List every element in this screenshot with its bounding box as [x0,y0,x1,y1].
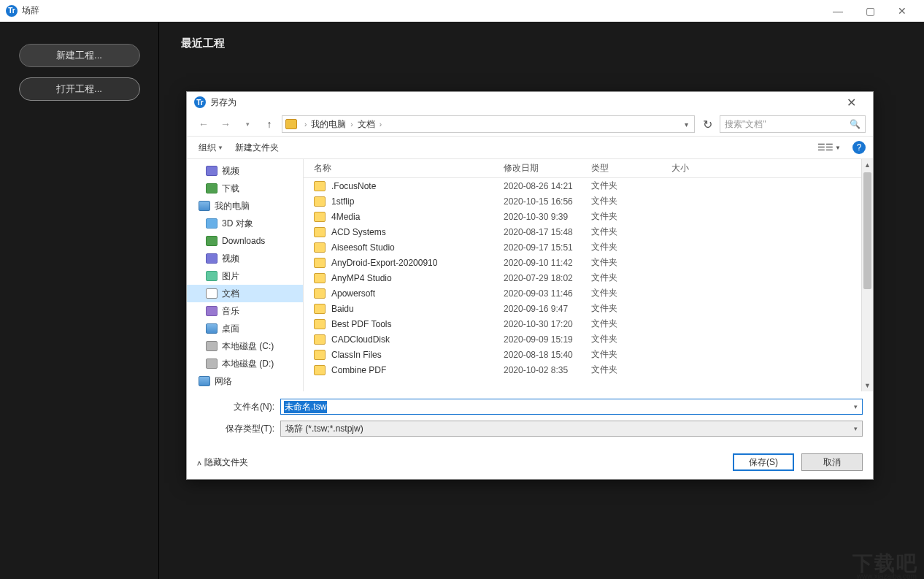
tree-item[interactable]: 下载 [187,180,303,197]
file-date: 2020-09-17 15:51 [504,242,591,253]
column-date[interactable]: 修改日期 [504,162,591,175]
refresh-button[interactable]: ↻ [698,115,717,133]
folder-icon [314,227,326,237]
tree-item[interactable]: 音乐 [187,302,303,320]
file-row[interactable]: Best PDF Tools2020-10-30 17:20文件夹 [304,316,873,331]
tree-item[interactable]: Downloads [187,232,303,250]
column-size[interactable]: 大小 [671,162,873,175]
file-row[interactable]: Aiseesoft Studio2020-09-17 15:51文件夹 [304,239,873,255]
file-row[interactable]: .FocusNote2020-08-26 14:21文件夹 [304,178,873,193]
column-type[interactable]: 类型 [591,162,671,175]
new-project-button[interactable]: 新建工程... [19,44,140,67]
breadcrumb-dropdown-icon[interactable]: ▾ [682,120,691,129]
file-type: 文件夹 [591,364,671,376]
nav-recent-button[interactable]: ▾ [238,115,257,134]
file-type: 文件夹 [591,241,671,253]
video-icon [206,253,217,264]
nav-up-button[interactable]: ↑ [260,115,279,134]
dialog-close-button[interactable]: ✕ [836,93,866,112]
folder-icon [314,181,326,191]
tree-item-label: 我的电脑 [215,200,250,212]
tree-item[interactable]: 文档 [187,285,303,302]
file-name: 1stflip [331,196,504,207]
file-date: 2020-09-16 9:47 [504,304,591,314]
chevron-right-icon: › [380,120,382,129]
file-name: CADCloudDisk [331,334,504,345]
minimize-button[interactable]: — [822,1,854,21]
tree-item[interactable]: 视频 [187,250,303,267]
tree-item[interactable]: 视频 [187,162,303,180]
dialog-titlebar: Tr 另存为 ✕ [187,92,873,112]
tree-item[interactable]: 本地磁盘 (D:) [187,355,303,372]
file-list: 名称 修改日期 类型 大小 .FocusNote2020-08-26 14:21… [304,159,873,391]
help-icon[interactable]: ? [852,141,866,154]
file-type: 文件夹 [591,226,671,238]
tree-item[interactable]: 网络 [187,372,303,390]
file-row[interactable]: Apowersoft2020-09-03 11:46文件夹 [304,285,873,301]
filetype-select[interactable]: 场辞 (*.tsw;*.nstpjw) ▾ [280,421,863,437]
file-row[interactable]: Baidu2020-09-16 9:47文件夹 [304,301,873,316]
tree-item[interactable]: 我的电脑 [187,197,303,215]
tree-item[interactable]: 本地磁盘 (C:) [187,337,303,355]
file-row[interactable]: 4Media2020-10-30 9:39文件夹 [304,209,873,224]
monitor-icon [206,323,217,334]
file-date: 2020-09-10 11:42 [504,258,591,268]
main-titlebar: Tr 场辞 — ▢ ✕ [0,0,924,22]
hide-folders-toggle[interactable]: ʌ 隐藏文件夹 [197,456,248,469]
file-date: 2020-08-18 15:40 [504,350,591,360]
save-button[interactable]: 保存(S) [733,453,794,471]
scrollbar[interactable]: ▲ ▼ [861,159,873,391]
breadcrumb-segment[interactable]: 我的电脑 [311,118,346,131]
tree-item-label: 音乐 [222,305,239,318]
view-mode-button[interactable]: ☰☰ ▼ [815,142,844,153]
new-folder-button[interactable]: 新建文件夹 [231,139,283,157]
tree-item[interactable]: 图片 [187,267,303,285]
chevron-down-icon[interactable]: ▾ [854,403,858,410]
nav-forward-button[interactable]: → [216,115,235,134]
organize-button[interactable]: 组织▼ [194,139,228,157]
file-row[interactable]: ClassIn Files2020-08-18 15:40文件夹 [304,347,873,362]
file-type: 文件夹 [591,333,671,345]
search-placeholder: 搜索"文档" [725,118,766,131]
folder-icon [314,196,326,207]
dialog-app-icon: Tr [194,96,206,108]
file-name: AnyMP4 Studio [331,273,504,283]
chevron-right-icon: › [350,120,353,129]
disk-icon [206,358,217,369]
file-name: Aiseesoft Studio [331,242,504,253]
search-input[interactable]: 搜索"文档" 🔍 [720,115,866,133]
file-row[interactable]: AnyMP4 Studio2020-07-29 18:02文件夹 [304,270,873,285]
close-button[interactable]: ✕ [886,1,918,21]
breadcrumb[interactable]: › 我的电脑 › 文档 › ▾ [282,115,695,133]
scrollbar-thumb[interactable] [863,172,871,289]
nav-row: ← → ▾ ↑ › 我的电脑 › 文档 › ▾ ↻ 搜索"文档" 🔍 [187,112,873,136]
file-name: Best PDF Tools [331,319,504,329]
tree-item[interactable]: 桌面 [187,320,303,337]
tree-item[interactable]: 3D 对象 [187,215,303,232]
file-row[interactable]: AnyDroid-Export-202009102020-09-10 11:42… [304,255,873,270]
scroll-down-icon[interactable]: ▼ [862,380,873,391]
folder-tree[interactable]: 视频下载我的电脑3D 对象Downloads视频图片文档音乐桌面本地磁盘 (C:… [187,159,304,391]
file-type: 文件夹 [591,195,671,207]
file-row[interactable]: CADCloudDisk2020-09-09 15:19文件夹 [304,331,873,347]
file-row[interactable]: 1stflip2020-10-15 16:56文件夹 [304,193,873,209]
scroll-up-icon[interactable]: ▲ [862,159,873,171]
open-project-button[interactable]: 打开工程... [19,77,140,101]
folder-icon [314,304,326,314]
folder-icon [314,258,326,268]
maximize-button[interactable]: ▢ [854,1,886,21]
monitor-icon [199,376,210,386]
file-date: 2020-07-29 18:02 [504,273,591,283]
save-form: 文件名(N): 未命名.tsw ▾ 保存类型(T): 场辞 (*.tsw;*.n… [187,391,873,445]
nav-back-button[interactable]: ← [194,115,213,134]
tree-item-label: 视频 [222,253,239,265]
filename-input[interactable]: 未命名.tsw ▾ [280,399,863,415]
file-row[interactable]: ACD Systems2020-08-17 15:48文件夹 [304,224,873,239]
dl-icon [206,183,217,193]
breadcrumb-segment[interactable]: 文档 [358,118,375,131]
tree-item-label: 视频 [222,165,239,177]
cancel-button[interactable]: 取消 [801,453,863,471]
file-row[interactable]: Combine PDF2020-10-02 8:35文件夹 [304,362,873,377]
chevron-down-icon[interactable]: ▾ [854,425,858,432]
column-name[interactable]: 名称 [314,162,504,175]
